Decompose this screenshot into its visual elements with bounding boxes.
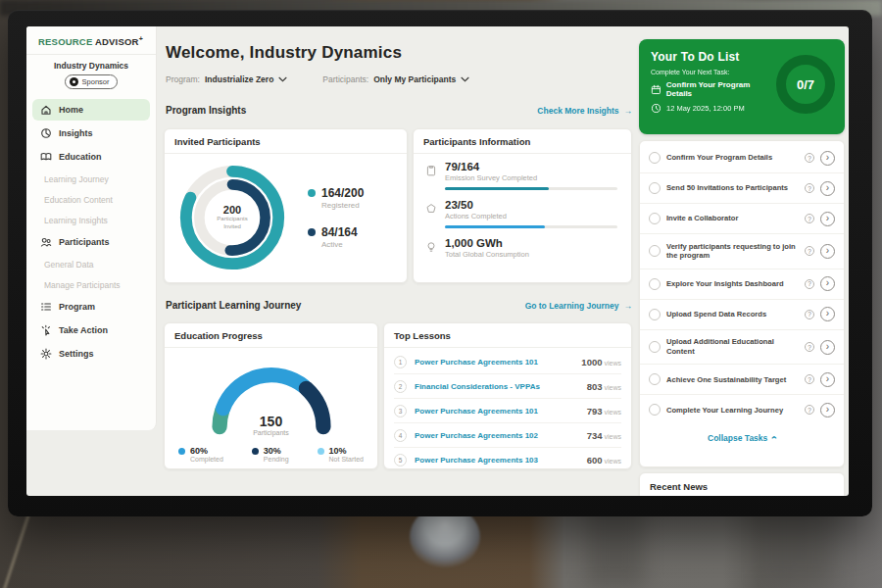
clock-icon <box>651 103 662 114</box>
lesson-views-value: 1000 <box>581 357 602 368</box>
sponsor-badge[interactable]: Sponsor <box>65 74 119 89</box>
check-more-insights-link[interactable]: Check More Insights → <box>537 106 632 116</box>
arrow-right-icon: → <box>624 106 633 116</box>
pending-label: Pending <box>264 456 289 463</box>
logo-plus: + <box>139 35 143 42</box>
task-row-upload-spend-data[interactable]: Upload Spend Data Records ? › <box>640 300 844 330</box>
chevron-right-icon[interactable]: › <box>820 276 835 291</box>
main-content: Welcome, Industry Dynamics Program: Indu… <box>164 26 632 496</box>
program-filter-dropdown[interactable]: Program: Industrialize Zero <box>166 74 287 84</box>
checkbox-icon[interactable] <box>649 245 661 257</box>
checkbox-icon[interactable] <box>649 341 661 353</box>
gauge-center-label: 150 Participants <box>198 414 345 436</box>
lesson-link[interactable]: Power Purchase Agreements 102 <box>415 431 579 440</box>
lesson-views-label: views <box>604 360 621 367</box>
checkbox-icon[interactable] <box>649 213 661 224</box>
help-icon[interactable]: ? <box>805 374 814 384</box>
collapse-tasks-label: Collapse Tasks <box>708 433 767 443</box>
invited-participants-donut-chart: 200 Participants Invited <box>174 160 290 275</box>
task-row-explore-insights[interactable]: Explore Your Insights Dashboard ? › <box>640 270 844 300</box>
sidebar-item-take-action[interactable]: Take Action <box>32 319 150 341</box>
lesson-row: 4 Power Purchase Agreements 102 734views <box>394 423 621 448</box>
task-label: Verify participants requesting to join t… <box>666 242 799 262</box>
sidebar-item-program[interactable]: Program <box>32 296 150 318</box>
chevron-right-icon[interactable]: › <box>820 307 835 321</box>
participants-filter-dropdown[interactable]: Participants: Only My Participants <box>322 74 469 84</box>
chevron-right-icon[interactable]: › <box>820 244 835 259</box>
lesson-views-value: 793 <box>587 406 603 416</box>
checkbox-icon[interactable] <box>649 309 661 320</box>
sidebar-item-label: Learning Insights <box>44 216 108 225</box>
task-row-achieve-sustainability-target[interactable]: Achieve One Sustainability Target ? › <box>640 365 844 395</box>
survey-icon <box>425 165 437 176</box>
help-icon[interactable]: ? <box>805 405 814 415</box>
chevron-right-icon[interactable]: › <box>820 181 835 196</box>
chevron-right-icon[interactable]: › <box>820 151 835 166</box>
lesson-link[interactable]: Power Purchase Agreements 101 <box>415 358 573 367</box>
sidebar-item-general-data[interactable]: General Data <box>32 255 150 273</box>
checkbox-icon[interactable] <box>649 404 661 416</box>
sidebar-item-label: Insights <box>59 128 93 138</box>
help-icon[interactable]: ? <box>805 214 814 223</box>
help-icon[interactable]: ? <box>805 153 814 163</box>
go-to-learning-journey-link[interactable]: Go to Learning Journey → <box>525 301 632 311</box>
checkbox-icon[interactable] <box>649 182 661 194</box>
lesson-link[interactable]: Power Purchase Agreements 103 <box>415 456 579 465</box>
lesson-rank: 3 <box>394 405 407 417</box>
help-icon[interactable]: ? <box>805 279 814 289</box>
top-lessons-list: 1 Power Purchase Agreements 101 1000view… <box>384 348 631 469</box>
task-row-invite-collaborator[interactable]: Invite a Collaborator ? › <box>640 204 844 234</box>
card-title: Top Lessons <box>384 323 631 348</box>
sidebar-item-label: Education <box>59 152 102 162</box>
sidebar-item-learning-insights[interactable]: Learning Insights <box>32 211 150 229</box>
legend-item-not-started: 10% Not Started <box>318 446 364 463</box>
sidebar-item-learning-journey[interactable]: Learning Journey <box>32 170 150 188</box>
task-row-upload-educational-content[interactable]: Upload Additional Educational Content ? … <box>640 330 844 366</box>
registered-label: Registered <box>321 201 364 210</box>
gauge-legend: 60% Completed 30% Pending 10% Not Star <box>165 436 377 463</box>
checkbox-icon[interactable] <box>649 373 661 385</box>
task-row-confirm-program[interactable]: Confirm Your Program Details ? › <box>640 143 844 173</box>
lesson-views-label: views <box>604 409 621 416</box>
program-icon <box>40 301 52 313</box>
sidebar-item-manage-participants[interactable]: Manage Participants <box>32 275 150 294</box>
sidebar-item-settings[interactable]: Settings <box>32 343 150 365</box>
help-icon[interactable]: ? <box>805 246 814 256</box>
actions-completed-stat: 23/50 Actions Completed <box>425 199 619 228</box>
task-row-complete-learning-journey[interactable]: Complete Your Learning Journey ? › <box>640 395 844 424</box>
chevron-up-icon: › <box>769 436 780 440</box>
chevron-right-icon[interactable]: › <box>820 372 835 387</box>
invited-participants-card: Invited Participants 200 Participants In… <box>164 128 408 283</box>
sidebar-item-education-content[interactable]: Education Content <box>32 190 150 209</box>
app-logo: RESOURCE ADVISOR+ <box>26 26 156 54</box>
sidebar-item-education[interactable]: Education <box>32 146 150 168</box>
sidebar-item-home[interactable]: Home <box>32 99 150 121</box>
chevron-right-icon[interactable]: › <box>820 212 835 226</box>
sidebar-item-label: Take Action <box>59 325 108 335</box>
card-title: Participants Information <box>414 129 631 154</box>
lesson-row: 5 Power Purchase Agreements 103 600views <box>394 448 621 469</box>
chevron-right-icon[interactable]: › <box>820 340 835 355</box>
lesson-views-value: 803 <box>587 381 603 392</box>
checkbox-icon[interactable] <box>649 278 661 290</box>
help-icon[interactable]: ? <box>805 310 814 319</box>
checkbox-icon[interactable] <box>649 152 661 164</box>
sidebar-item-label: Participants <box>59 237 110 247</box>
collapse-tasks-link[interactable]: Collapse Tasks › <box>640 424 844 447</box>
help-icon[interactable]: ? <box>805 183 814 193</box>
donut-center-label: 200 Participants Invited <box>174 160 290 275</box>
lesson-link[interactable]: Financial Considerations - VPPAs <box>415 382 579 391</box>
sidebar-item-participants[interactable]: Participants <box>32 231 150 253</box>
task-row-send-invitations[interactable]: Send 50 Invitations to Participants ? › <box>640 173 844 204</box>
participants-filter-value: Only My Participants <box>373 74 456 84</box>
donut-legend: 164/200 Registered 84/164 Active <box>308 186 364 249</box>
lesson-link[interactable]: Power Purchase Agreements 101 <box>415 407 579 416</box>
task-label: Explore Your Insights Dashboard <box>666 279 799 289</box>
sidebar-item-insights[interactable]: Insights <box>32 122 150 144</box>
chevron-right-icon[interactable]: › <box>820 403 835 417</box>
sidebar-item-label: Manage Participants <box>44 280 121 290</box>
task-row-verify-participants[interactable]: Verify participants requesting to join t… <box>640 234 844 270</box>
chevron-down-icon <box>278 76 287 82</box>
help-icon[interactable]: ? <box>805 342 814 352</box>
home-icon <box>40 104 52 116</box>
